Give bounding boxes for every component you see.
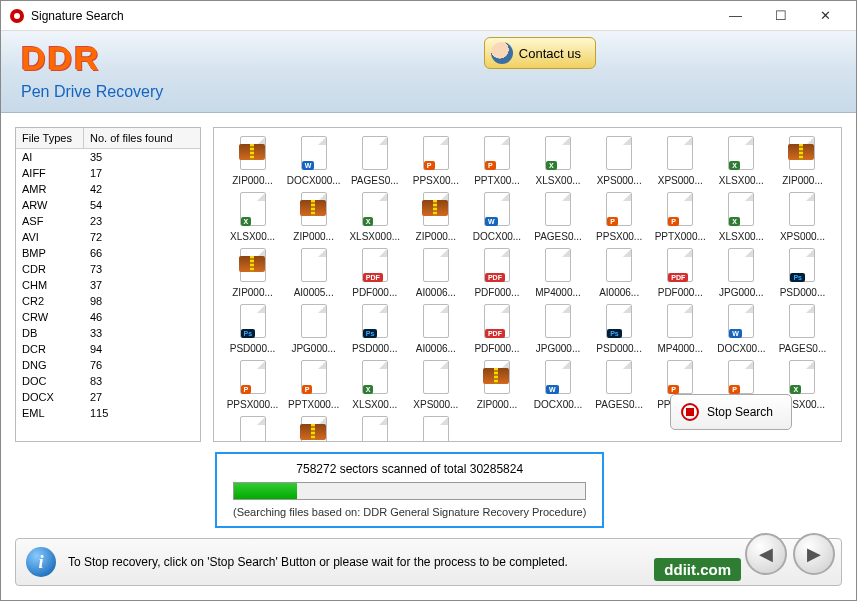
file-types-panel: File Types No. of files found AI35AIFF17… [15,127,201,442]
table-row[interactable]: EML115 [16,405,200,421]
file-item[interactable]: XXLSX00... [224,192,281,242]
file-item[interactable]: JPG000... [713,248,770,298]
table-row[interactable]: BMP66 [16,245,200,261]
file-item[interactable]: AI0006... [591,248,648,298]
file-label: ZIP000... [782,175,823,186]
file-item[interactable]: AI0006... [407,304,464,354]
file-icon: Ps [603,304,635,340]
file-icon: P [481,136,513,172]
table-row[interactable]: CR298 [16,293,200,309]
footer-text: To Stop recovery, click on 'Stop Search'… [68,555,568,569]
file-item[interactable]: XPS000... [407,360,464,410]
file-item[interactable]: WDOCX00... [529,360,586,410]
file-item[interactable]: ZIP000... [774,136,831,186]
table-row[interactable]: DB33 [16,325,200,341]
file-icon: PDF [481,304,513,340]
table-row[interactable]: CDR73 [16,261,200,277]
file-label: XPS000... [658,175,703,186]
table-row[interactable]: CRW46 [16,309,200,325]
table-row[interactable]: DNG76 [16,357,200,373]
file-item[interactable]: XPS000... [652,136,709,186]
file-types-list[interactable]: AI35AIFF17AMR42ARW54ASF23AVI72BMP66CDR73… [16,149,200,441]
file-item[interactable]: ZIP000... [224,136,281,186]
close-button[interactable]: ✕ [803,2,848,30]
file-item[interactable]: MP4000... [529,248,586,298]
table-row[interactable]: AI35 [16,149,200,165]
file-item[interactable]: PDFPDF000... [468,304,525,354]
file-item[interactable]: AI0005... [285,248,342,298]
table-row[interactable]: DOCX27 [16,389,200,405]
file-item[interactable]: XPS000... [591,136,648,186]
file-label: PDF000... [474,343,519,354]
footer-hint: i To Stop recovery, click on 'Stop Searc… [15,538,842,586]
file-item[interactable]: XXLSX000... [346,192,403,242]
file-label: PDF000... [474,287,519,298]
file-item[interactable]: AI0006... [407,248,464,298]
file-item[interactable]: XXLSX00... [713,192,770,242]
file-item[interactable]: JPG000... [529,304,586,354]
file-icon: X [359,192,391,228]
table-row[interactable]: ASF23 [16,213,200,229]
file-item[interactable]: AI0006... [346,416,403,442]
table-row[interactable]: CHM37 [16,277,200,293]
table-row[interactable]: ARW54 [16,197,200,213]
file-icon: PDF [481,248,513,284]
file-label: PPTX000... [655,231,706,242]
file-item[interactable]: PDFPDF000... [468,248,525,298]
file-item[interactable]: JPG000... [285,304,342,354]
prev-button[interactable]: ◀ [745,533,787,575]
file-item[interactable]: PPPTX000... [652,192,709,242]
file-item[interactable]: PAGES0... [774,304,831,354]
file-icon [664,136,696,172]
file-item[interactable]: PsPSD000... [346,304,403,354]
table-row[interactable]: AMR42 [16,181,200,197]
file-item[interactable]: XXLSX00... [346,360,403,410]
file-item[interactable]: XXLSX00... [713,136,770,186]
file-item[interactable]: PsPSD000... [774,248,831,298]
maximize-button[interactable]: ☐ [758,2,803,30]
file-item[interactable]: ZIP000... [468,360,525,410]
minimize-button[interactable]: — [713,2,758,30]
stop-search-button[interactable]: Stop Search [670,394,792,430]
file-item[interactable]: PsPSD000... [591,304,648,354]
file-item[interactable]: WDOCX000... [285,136,342,186]
file-item[interactable]: ZIP000... [224,248,281,298]
file-item[interactable]: PPPTX00... [468,136,525,186]
file-item[interactable]: XXLSX00... [529,136,586,186]
file-item[interactable]: PPPSX000... [224,360,281,410]
col-files-found[interactable]: No. of files found [84,128,179,148]
file-item[interactable]: ZIP000... [285,416,342,442]
file-item[interactable]: XPS000... [224,416,281,442]
table-row[interactable]: AVI72 [16,229,200,245]
contact-us-button[interactable]: Contact us [484,37,596,69]
file-item[interactable]: ZIP000... [407,192,464,242]
file-item[interactable]: XPS000... [774,192,831,242]
file-item[interactable]: MP4000... [652,304,709,354]
file-item[interactable]: PPPSX00... [591,192,648,242]
file-icon: P [237,360,269,396]
file-item[interactable]: PDFPDF000... [346,248,403,298]
file-item[interactable]: PsPSD000... [224,304,281,354]
file-item[interactable]: WDOCX00... [468,192,525,242]
main-area: File Types No. of files found AI35AIFF17… [1,113,856,600]
file-icon: W [298,136,330,172]
file-item[interactable]: PAGES0... [529,192,586,242]
file-item[interactable]: ZIP000... [285,192,342,242]
file-label: PSD000... [352,343,398,354]
file-label: ZIP000... [232,287,273,298]
table-row[interactable]: AIFF17 [16,165,200,181]
col-file-types[interactable]: File Types [16,128,84,148]
file-item[interactable]: PPPSX00... [407,136,464,186]
table-row[interactable]: DCR94 [16,341,200,357]
file-item[interactable]: PDFPDF000... [407,416,464,442]
file-item[interactable]: PDFPDF000... [652,248,709,298]
file-label: DOCX00... [534,399,582,410]
table-row[interactable]: DOC83 [16,373,200,389]
watermark: ddiit.com [654,558,741,581]
file-icon [359,136,391,172]
file-item[interactable]: PAGES0... [591,360,648,410]
file-item[interactable]: PAGES0... [346,136,403,186]
next-button[interactable]: ▶ [793,533,835,575]
file-item[interactable]: PPPTX000... [285,360,342,410]
file-item[interactable]: WDOCX00... [713,304,770,354]
